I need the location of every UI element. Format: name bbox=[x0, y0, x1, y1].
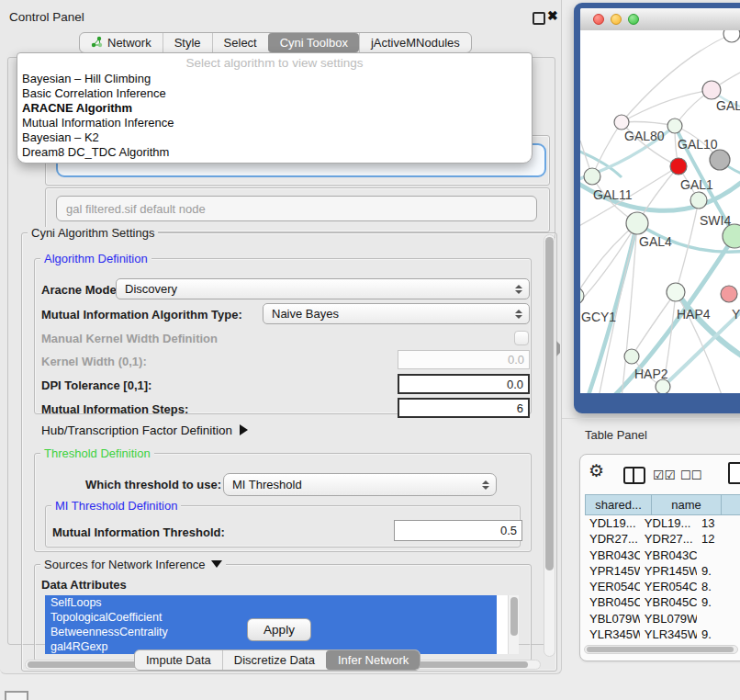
network-node-gal10[interactable] bbox=[667, 119, 682, 133]
network-node-gal1[interactable] bbox=[690, 192, 707, 209]
mi-steps-field[interactable]: 6 bbox=[398, 398, 530, 418]
settings-vertical-scrollbar[interactable] bbox=[544, 234, 555, 657]
tab-cyni-toolbox[interactable]: Cyni Toolbox bbox=[268, 33, 359, 52]
tab-style[interactable]: Style bbox=[163, 33, 212, 52]
table-row[interactable]: YER054CYER054C8. bbox=[585, 579, 740, 594]
mi-threshold-field[interactable]: 0.5 bbox=[394, 520, 522, 541]
network-window-titlebar[interactable] bbox=[580, 8, 740, 31]
close-traffic-light-icon[interactable] bbox=[593, 14, 604, 25]
network-canvas[interactable]: GALGAL80GAL10GAL1GAL11SWI4GAL4GCY1HAP4YH… bbox=[580, 30, 740, 393]
network-node-gray-node[interactable] bbox=[710, 150, 730, 170]
column-header-name[interactable]: name bbox=[652, 494, 722, 515]
algorithm-item-bayesian-k2[interactable]: Bayesian – K2 bbox=[19, 130, 530, 145]
manual-kernel-width-checkbox[interactable] bbox=[514, 331, 529, 345]
tab-select[interactable]: Select bbox=[212, 33, 268, 52]
splitpane-handle[interactable] bbox=[556, 341, 565, 356]
panel-divider bbox=[562, 418, 740, 419]
zoom-traffic-light-icon[interactable] bbox=[628, 14, 639, 25]
network-node-salmon-node[interactable] bbox=[721, 286, 737, 302]
table-cell: YBL079W bbox=[640, 611, 697, 627]
algorithm-item-dream8-dc-tdc-algorithm[interactable]: Dream8 DC_TDC Algorithm bbox=[19, 145, 530, 160]
algorithm-item-basic-correlation-inference[interactable]: Basic Correlation Inference bbox=[19, 86, 530, 101]
scrollbar-thumb[interactable] bbox=[510, 597, 518, 636]
kernel-width-field[interactable]: 0.0 bbox=[398, 350, 530, 369]
network-node-unlabeled-top[interactable] bbox=[723, 30, 740, 42]
network-node-gal80[interactable] bbox=[614, 115, 629, 130]
table-cell: YDL19... bbox=[640, 515, 697, 531]
tab-infer-network[interactable]: Infer Network bbox=[326, 650, 420, 670]
group-title[interactable]: Sources for Network Inference bbox=[40, 559, 226, 570]
dpi-tolerance-field[interactable]: 0.0 bbox=[398, 374, 530, 394]
stepper-icon bbox=[482, 480, 489, 490]
combo-value: MI Threshold bbox=[232, 478, 302, 491]
group-title: MI Threshold Definition bbox=[51, 500, 181, 512]
algorithm-item-bayesian-hill-climbing[interactable]: Bayesian – Hill Climbing bbox=[19, 72, 530, 86]
attribute-item-selfloops[interactable]: SelfLoops bbox=[45, 595, 497, 610]
table-row[interactable]: YLR345WYLR345W9. bbox=[585, 627, 740, 642]
hub-transcription-factor-expander[interactable]: Hub/Transcription Factor Definition bbox=[41, 422, 248, 438]
table-cell: 8. bbox=[697, 579, 740, 594]
network-node-gal11[interactable] bbox=[584, 168, 600, 185]
table-row[interactable]: YBL079WYBL079W bbox=[585, 611, 740, 627]
algorithm-item-mutual-information-inference[interactable]: Mutual Information Inference bbox=[19, 116, 530, 130]
table-row[interactable]: YPR145WYPR145W9. bbox=[585, 563, 740, 579]
scrollbar-thumb[interactable] bbox=[587, 647, 734, 652]
table-data-combo[interactable]: gal filtered.sif default node bbox=[56, 196, 537, 221]
minimize-traffic-light-icon[interactable] bbox=[611, 14, 622, 25]
node-label-gcy1: GCY1 bbox=[581, 310, 616, 324]
table-cell: YBR043C bbox=[640, 548, 697, 563]
network-node-gcy1[interactable] bbox=[580, 288, 584, 304]
table-cell: 12 bbox=[697, 531, 740, 547]
mi-algorithm-type-combo[interactable]: Naive Bayes bbox=[263, 303, 530, 324]
collapsed-panel-icon[interactable] bbox=[5, 691, 28, 700]
which-threshold-combo[interactable]: MI Threshold bbox=[223, 473, 497, 496]
table-cell: YER054C bbox=[585, 579, 640, 594]
which-threshold-label: Which threshold to use: bbox=[85, 478, 221, 491]
table-cell: YDR27... bbox=[585, 531, 640, 547]
column-header-shared[interactable]: shared... bbox=[585, 494, 652, 515]
table-row[interactable]: YDR27...YDR27...12 bbox=[585, 531, 740, 547]
table-panel-title: Table Panel bbox=[585, 428, 647, 442]
select-all-icon[interactable]: ☑☑ bbox=[653, 468, 676, 482]
network-node-gal4[interactable] bbox=[626, 212, 648, 234]
dropdown-items: Bayesian – Hill ClimbingBasic Correlatio… bbox=[19, 72, 530, 160]
list-scrollbar[interactable] bbox=[508, 595, 519, 654]
collapse-arrow-icon bbox=[211, 560, 222, 568]
control-panel-tabs: NetworkStyleSelectCyni ToolboxjActiveMNo… bbox=[79, 32, 472, 53]
tab-jactivemnodules[interactable]: jActiveMNodules bbox=[359, 33, 471, 52]
network-node-bottom-node[interactable] bbox=[656, 379, 670, 393]
network-icon bbox=[91, 36, 103, 51]
scrollbar-thumb[interactable] bbox=[545, 237, 554, 570]
table-row[interactable]: YBR045CYBR045C9. bbox=[585, 594, 740, 610]
network-node-hap4[interactable] bbox=[667, 283, 685, 301]
table-row[interactable]: YDL19...YDL19...13 bbox=[585, 515, 740, 531]
table-row[interactable]: YBR043CYBR043C bbox=[585, 548, 740, 563]
network-node-gal-cut[interactable] bbox=[702, 81, 721, 99]
new-table-icon[interactable] bbox=[728, 462, 740, 484]
gear-icon[interactable]: ⚙ bbox=[589, 462, 604, 480]
tab-impute-data[interactable]: Impute Data bbox=[135, 650, 222, 670]
close-icon[interactable]: ✖ bbox=[547, 8, 558, 23]
algorithm-item-aracne-algorithm[interactable]: ARACNE Algorithm bbox=[19, 101, 530, 116]
table-cell bbox=[697, 611, 740, 627]
tab-label: Discretize Data bbox=[234, 653, 315, 667]
tab-discretize-data[interactable]: Discretize Data bbox=[222, 650, 326, 670]
table-horizontal-scrollbar[interactable] bbox=[584, 645, 738, 654]
deselect-all-icon[interactable]: ☐☐ bbox=[680, 469, 701, 482]
column-header-a[interactable]: A bbox=[722, 494, 740, 515]
node-label-y: Y bbox=[732, 307, 740, 322]
network-node-red-node[interactable] bbox=[670, 158, 687, 175]
apply-button[interactable]: Apply bbox=[247, 618, 311, 641]
column-layout-icon[interactable] bbox=[623, 467, 645, 484]
cyni-bottom-tabs: Impute DataDiscretize DataInfer Network bbox=[134, 649, 420, 671]
control-panel-window: Control Panel ✖ NetworkStyleSelectCyni T… bbox=[0, 0, 562, 674]
network-node-hap2[interactable] bbox=[624, 349, 639, 364]
tab-label: Cyni Toolbox bbox=[280, 36, 348, 50]
table-cell: YBR045C bbox=[640, 594, 697, 610]
table-cell bbox=[697, 548, 740, 563]
float-window-icon[interactable] bbox=[533, 12, 545, 25]
combo-value: Discovery bbox=[125, 282, 177, 296]
tab-network[interactable]: Network bbox=[80, 33, 163, 52]
aracne-mode-combo[interactable]: Discovery bbox=[116, 278, 530, 299]
table-cell: YBL079W bbox=[585, 611, 640, 627]
